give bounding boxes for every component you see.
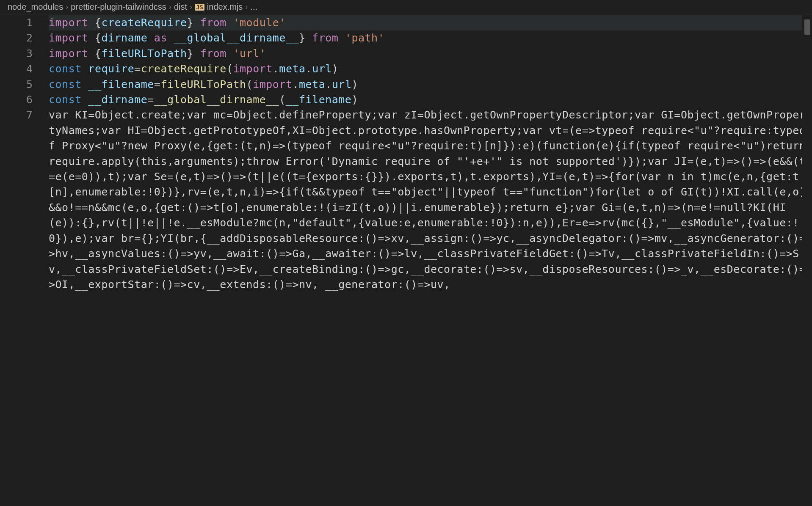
editor[interactable]: 1 2 3 4 5 6 7 import {createRequire} fro… bbox=[0, 14, 812, 506]
code-line[interactable]: import {fileURLToPath} from 'url' bbox=[49, 46, 812, 61]
code-token: createRequire bbox=[141, 63, 226, 75]
chevron-right-icon: › bbox=[66, 3, 68, 11]
code-token bbox=[226, 47, 233, 60]
code-token: meta bbox=[279, 63, 305, 75]
code-token: url bbox=[312, 63, 332, 75]
code-token: __global__dirname__ bbox=[154, 94, 279, 106]
minimap-thumb[interactable] bbox=[804, 19, 810, 35]
code-token: url bbox=[332, 78, 352, 91]
chevron-right-icon: › bbox=[245, 3, 248, 11]
minimap[interactable] bbox=[802, 14, 812, 506]
code-token: var KI=Object.create;var mc=Object.defin… bbox=[49, 109, 812, 290]
code-token: ) bbox=[351, 94, 358, 106]
line-number: 6 bbox=[0, 92, 49, 107]
code-token: = bbox=[154, 78, 161, 91]
code-token: fileURLToPath bbox=[160, 78, 246, 91]
code-token: ) bbox=[332, 63, 339, 75]
code-token: . bbox=[292, 78, 299, 91]
code-token: = bbox=[134, 63, 141, 75]
code-token: const bbox=[49, 94, 82, 106]
code-line[interactable]: const __dirname=__global__dirname__(__fi… bbox=[49, 92, 812, 107]
breadcrumb-item[interactable]: index.mjs bbox=[207, 2, 243, 12]
code-token: __filename bbox=[286, 94, 352, 106]
code-token: { bbox=[88, 47, 101, 60]
code-token: __dirname bbox=[88, 94, 147, 106]
code-token: import bbox=[233, 63, 272, 75]
code-token: const bbox=[49, 78, 82, 91]
code-token: __global__dirname__ bbox=[174, 32, 299, 44]
breadcrumb-item[interactable]: prettier-plugin-tailwindcss bbox=[71, 2, 166, 12]
code-token: 'url' bbox=[233, 47, 266, 60]
code-token: ( bbox=[246, 78, 253, 91]
line-number: 5 bbox=[0, 77, 49, 92]
code-token: require bbox=[88, 63, 134, 75]
line-number-gutter: 1 2 3 4 5 6 7 bbox=[0, 14, 49, 506]
line-number: 4 bbox=[0, 61, 49, 77]
code-token bbox=[82, 94, 88, 106]
code-token: import bbox=[49, 32, 88, 44]
code-token: const bbox=[49, 63, 82, 75]
code-token bbox=[226, 16, 233, 29]
code-token bbox=[82, 63, 88, 75]
chevron-right-icon: › bbox=[190, 3, 192, 11]
code-line[interactable]: const require=createRequire(import.meta.… bbox=[49, 61, 812, 77]
code-token: } bbox=[187, 47, 200, 60]
code-token bbox=[147, 32, 154, 44]
code-token bbox=[338, 32, 345, 44]
code-area[interactable]: import {createRequire} from 'module'impo… bbox=[49, 14, 812, 506]
breadcrumb-item[interactable]: ... bbox=[250, 2, 257, 12]
code-token: dirname bbox=[101, 32, 147, 44]
code-token bbox=[82, 78, 88, 91]
code-token: as bbox=[154, 32, 167, 44]
code-token: import bbox=[253, 78, 292, 91]
code-token: { bbox=[88, 16, 101, 29]
code-token: from bbox=[312, 32, 338, 44]
line-number: 2 bbox=[0, 30, 49, 46]
code-token: } bbox=[299, 32, 312, 44]
code-token: ( bbox=[226, 63, 233, 75]
code-token: = bbox=[147, 94, 154, 106]
code-token: from bbox=[200, 16, 226, 29]
breadcrumb-item[interactable]: dist bbox=[174, 2, 187, 12]
line-number: 3 bbox=[0, 46, 49, 61]
code-token: createRequire bbox=[101, 16, 187, 29]
code-token: . bbox=[306, 63, 312, 75]
code-token: 'path' bbox=[345, 32, 384, 44]
code-token: ( bbox=[279, 94, 286, 106]
code-token: ) bbox=[351, 78, 358, 91]
code-token: . bbox=[273, 63, 279, 75]
line-number: 1 bbox=[0, 15, 49, 30]
code-token: from bbox=[200, 47, 226, 60]
code-token: import bbox=[49, 47, 88, 60]
code-line[interactable]: const __filename=fileURLToPath(import.me… bbox=[49, 77, 812, 92]
code-line[interactable]: import {dirname as __global__dirname__} … bbox=[49, 30, 812, 46]
js-file-icon: JS bbox=[195, 4, 204, 11]
code-token: __filename bbox=[88, 78, 154, 91]
code-token: } bbox=[187, 16, 200, 29]
code-token: fileURLToPath bbox=[101, 47, 187, 60]
code-token: meta bbox=[299, 78, 325, 91]
breadcrumb-item[interactable]: node_modules bbox=[8, 2, 63, 12]
code-line[interactable]: var KI=Object.create;var mc=Object.defin… bbox=[49, 107, 812, 292]
code-token: 'module' bbox=[233, 16, 285, 29]
code-line[interactable]: import {createRequire} from 'module' bbox=[49, 15, 812, 30]
code-token: . bbox=[325, 78, 332, 91]
breadcrumb[interactable]: node_modules › prettier-plugin-tailwindc… bbox=[0, 0, 812, 14]
code-token: { bbox=[88, 32, 101, 44]
chevron-right-icon: › bbox=[169, 3, 171, 11]
code-token bbox=[167, 32, 174, 44]
code-token: import bbox=[49, 16, 88, 29]
line-number: 7 bbox=[0, 107, 49, 123]
